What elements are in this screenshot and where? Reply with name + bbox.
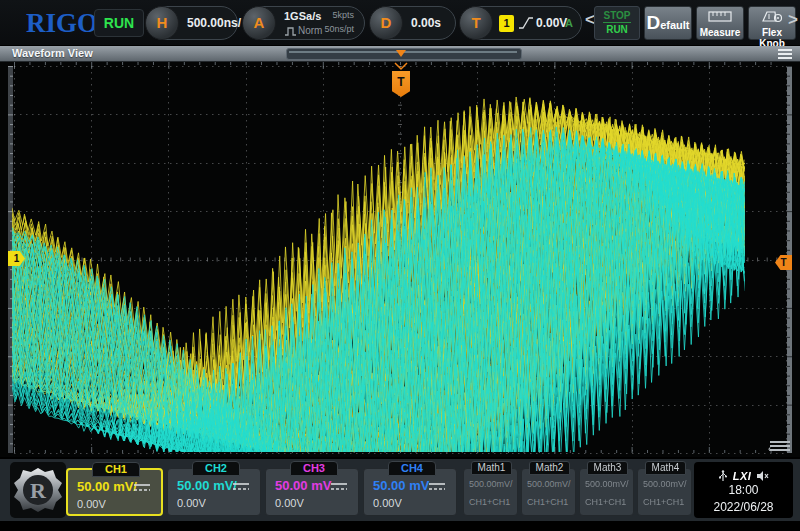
math1-tab[interactable]: Math1 (471, 461, 512, 475)
math1-expr: CH1+CH1 (469, 497, 510, 507)
pulse-icon (284, 26, 297, 36)
measure-button[interactable]: Measure (696, 6, 744, 40)
math2-box[interactable]: Math2 500.00mV/ CH1+CH1 (521, 468, 576, 516)
waveform-canvas[interactable] (0, 62, 800, 457)
clock-time: 18:00 (694, 483, 793, 497)
trigger-chevron-icon (394, 62, 408, 71)
math2-tab[interactable]: Math2 (529, 461, 570, 475)
default-initial: D (646, 12, 660, 33)
ch3-offset: 0.00V (275, 497, 304, 509)
bottom-status-bar: R CH1 50.00 mV/ 0.00V CH2 50.00 mV/ 0.00… (0, 457, 800, 531)
speaker-muted-icon (756, 470, 769, 482)
channel-box-ch2[interactable]: CH2 50.00 mV/ 0.00V (167, 468, 261, 516)
ch3-tab[interactable]: CH3 (290, 461, 338, 476)
measure-label: Measure (697, 27, 743, 38)
oscilloscope-screen: RIGOL RUN H 500.00ns/ A 1GSa/s Norm 5kpt… (0, 0, 800, 531)
stop-run-button[interactable]: STOP RUN (594, 6, 640, 40)
ch1-offset: 0.00V (77, 498, 106, 510)
run-status-badge[interactable]: RUN (94, 9, 144, 37)
math3-scale: 500.00mV/ (585, 479, 629, 489)
acquisition-settings[interactable]: A 1GSa/s Norm 5kpts 50ns/pt (243, 6, 365, 40)
system-status-box[interactable]: LXI 18:00 2022/06/28 (694, 462, 793, 518)
math3-box[interactable]: Math3 500.00mV/ CH1+CH1 (579, 468, 634, 516)
rising-edge-icon (518, 15, 534, 31)
delay-key-button[interactable]: D (369, 6, 403, 40)
svg-text:R: R (30, 478, 47, 503)
channel-box-ch3[interactable]: CH3 50.00 mV 0.00V (265, 468, 359, 516)
waveform-display[interactable]: T 1 T ‹ (0, 62, 800, 457)
timebase-value: 500.00ns/ (187, 7, 241, 39)
math4-box[interactable]: Math4 500.00mV/ CH1+CH1 (637, 468, 692, 516)
memory-depth: 5kpts (332, 10, 354, 20)
sample-resolution: 50ns/pt (324, 24, 354, 34)
trigger-source-badge: 1 (499, 15, 514, 32)
trigger-sweep-mode: A (565, 7, 573, 39)
overview-trigger-marker[interactable] (396, 50, 406, 57)
ch2-offset: 0.00V (177, 497, 206, 509)
math2-scale: 500.00mV/ (527, 479, 571, 489)
ch2-tab[interactable]: CH2 (192, 461, 240, 476)
default-rest: efault (660, 19, 689, 31)
math3-expr: CH1+CH1 (585, 497, 626, 507)
dc-coupling-icon (133, 482, 151, 492)
math4-tab[interactable]: Math4 (645, 461, 686, 475)
ch2-scale: 50.00 mV/ (177, 478, 237, 493)
default-button[interactable]: Default (644, 6, 692, 40)
math4-scale: 500.00mV/ (643, 479, 687, 489)
math4-expr: CH1+CH1 (643, 497, 684, 507)
ch4-tab[interactable]: CH4 (388, 461, 436, 476)
tab-waveform-view[interactable]: Waveform View (12, 47, 93, 59)
display-corner-menu-icon[interactable]: ‹ (770, 441, 790, 453)
ch4-offset: 0.00V (373, 497, 402, 509)
horizontal-key-button[interactable]: H (145, 6, 179, 40)
delay-value: 0.00s (411, 7, 441, 39)
delay-settings[interactable]: D 0.00s (370, 6, 456, 40)
view-tab-bar: Waveform View (0, 46, 800, 62)
channel-box-ch1[interactable]: CH1 50.00 mV/ 0.00V (66, 468, 163, 516)
nav-right-chevron[interactable]: > (788, 10, 798, 30)
math1-scale: 500.00mV/ (469, 479, 513, 489)
dc-coupling-icon (428, 481, 446, 491)
sample-rate-value: 1GSa/s (284, 10, 321, 22)
ch3-scale: 50.00 mV (275, 478, 331, 493)
rigol-gear-logo[interactable]: R (10, 462, 66, 518)
trigger-level-value: 0.00V (536, 7, 567, 39)
top-toolbar: RIGOL RUN H 500.00ns/ A 1GSa/s Norm 5kpt… (0, 0, 800, 46)
dc-coupling-icon (330, 481, 348, 491)
trigger-key-button[interactable]: T (459, 6, 493, 40)
dc-coupling-icon (232, 481, 250, 491)
horizontal-settings[interactable]: H 500.00ns/ (146, 6, 238, 40)
clock-date: 2022/06/28 (694, 500, 793, 514)
stop-label: STOP (603, 10, 631, 23)
ruler-icon (708, 10, 732, 23)
math3-tab[interactable]: Math3 (587, 461, 628, 475)
trigger-settings[interactable]: T 1 0.00V A (460, 6, 582, 40)
acquire-key-button[interactable]: A (242, 6, 276, 40)
math1-box[interactable]: Math1 500.00mV/ CH1+CH1 (463, 468, 518, 516)
acquire-mode: Norm (298, 25, 322, 36)
usb-icon (718, 470, 728, 482)
channel-box-ch4[interactable]: CH4 50.00 mV 0.00V (363, 468, 457, 516)
ch1-scale: 50.00 mV/ (77, 479, 137, 494)
ch4-scale: 50.00 mV (373, 478, 429, 493)
run-label: RUN (595, 24, 639, 35)
waveform-overview-bar[interactable] (286, 48, 522, 60)
bottom-panel: R CH1 50.00 mV/ 0.00V CH2 50.00 mV/ 0.00… (0, 459, 800, 521)
knob-icon (759, 9, 785, 23)
display-menu-icon[interactable] (778, 49, 792, 59)
ch1-tab[interactable]: CH1 (92, 462, 140, 477)
lxi-badge: LXI (733, 470, 752, 482)
math2-expr: CH1+CH1 (527, 497, 568, 507)
